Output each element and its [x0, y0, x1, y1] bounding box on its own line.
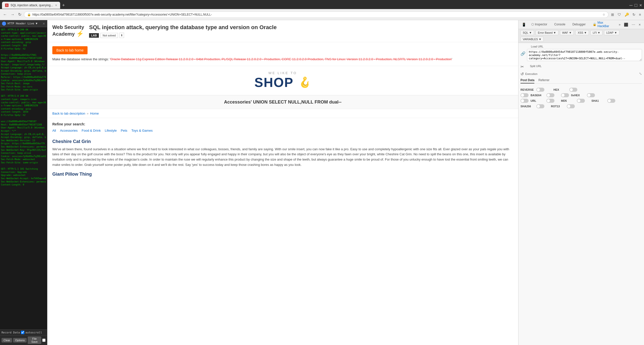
active-tab[interactable]: S SQL injection attack, querying... ×	[2, 2, 60, 9]
tab-title: SQL injection attack, querying...	[11, 4, 53, 7]
minimize-btn[interactable]: ─	[629, 3, 633, 8]
waf-label: WAF	[562, 31, 568, 34]
split-url-label: Split URL	[525, 65, 542, 68]
lab-description-text: Make the database retrieve the strings: …	[52, 57, 513, 62]
link-icon[interactable]: 🔗	[520, 51, 526, 56]
base64-toggle-left[interactable]	[520, 93, 529, 97]
devtools-header: 📱 ⬡ Inspector Console Debugger 🔒 Max Hac…	[518, 20, 644, 29]
breadcrumb-home-link[interactable]: Home	[90, 112, 99, 115]
sql-chevron: ▼	[529, 31, 532, 34]
md5-toggle[interactable]	[577, 99, 585, 103]
category-lifestyle[interactable]: Lifestyle	[105, 129, 117, 132]
ldap-label: LDAP	[606, 31, 614, 34]
new-tab-button[interactable]: +	[60, 2, 67, 9]
devtools-dock-btn[interactable]: ⬛	[623, 22, 629, 27]
shield-icon[interactable]: 🛡	[617, 12, 622, 18]
split-url-field-area: Split URL	[525, 65, 642, 69]
close-window-btn[interactable]: ×	[639, 3, 642, 8]
oxhex-toggle-left[interactable]	[561, 93, 569, 97]
refresh-button[interactable]: ↻	[17, 11, 22, 18]
options-button[interactable]: Options	[13, 338, 27, 342]
url-toggle-left[interactable]	[520, 99, 529, 103]
lab-tag: LAB	[89, 33, 99, 38]
post-data-tab[interactable]: Post Data	[520, 78, 534, 83]
tab-inspector[interactable]: ⬡ Inspector	[528, 21, 550, 28]
split-icon[interactable]: ✂	[520, 64, 524, 69]
url-section: 🔗 Load URL https://0a0800a40454af7981871…	[520, 45, 642, 76]
error-based-dropdown[interactable]: Error Based ▼	[536, 30, 558, 35]
xss-dropdown[interactable]: XSS ▼	[575, 30, 589, 35]
devtools-panel: 📱 ⬡ Inspector Console Debugger 🔒 Max Hac…	[518, 20, 644, 345]
browser-toolbar: ⊞ 🛡 🔑 ↻ ≡	[610, 12, 642, 18]
lab-badge: LAB Not solved ℹ	[89, 33, 124, 38]
category-all[interactable]: All	[52, 129, 56, 132]
forward-button[interactable]: →	[10, 11, 16, 18]
base64-toggle-right[interactable]	[546, 93, 554, 97]
tab-close-btn[interactable]: ×	[55, 3, 57, 7]
execution-icons: ↺	[520, 71, 524, 76]
refresh-icon[interactable]: ↺	[520, 72, 524, 76]
lab-title: SQL injection attack, querying the datab…	[89, 24, 513, 31]
devtools-responsive-btn[interactable]: 📱	[520, 22, 527, 27]
breadcrumb-sep: »	[87, 112, 89, 115]
sql-dropdown[interactable]: SQL ▼	[520, 30, 534, 35]
tab-debugger[interactable]: Debugger	[569, 21, 589, 28]
transform-row-4: SHA256 ROT13	[520, 104, 642, 108]
back-to-lab-button[interactable]: Back to lab home	[52, 46, 88, 54]
sql-label: SQL	[523, 31, 528, 34]
devtools-icons: ⬛ ⋯ ×	[623, 22, 642, 27]
product1-desc: We've all been there, found ourselves in…	[52, 147, 513, 168]
load-url-input[interactable]: https://0a0800a40454af798187118800f5007e…	[527, 49, 642, 61]
waf-dropdown[interactable]: WAF ▼	[560, 30, 574, 35]
tab-bar: S SQL injection attack, querying... × + …	[0, 0, 644, 9]
breadcrumb-back-link[interactable]: Back to lab description	[52, 112, 85, 115]
referrer-tab[interactable]: Referrer	[538, 78, 549, 83]
resize-handle[interactable]: ⤡	[639, 71, 642, 76]
category-accessories[interactable]: Accessories	[60, 129, 77, 132]
oxhex-label: 0xHEX	[571, 94, 585, 97]
devtools-close-btn[interactable]: ×	[637, 22, 642, 27]
bookmark-icon[interactable]: ☆	[602, 13, 605, 16]
hex-toggle[interactable]	[569, 88, 577, 92]
split-url-header: Split URL	[525, 65, 642, 68]
oxhex-toggle-right[interactable]	[587, 93, 595, 97]
file-save-checkbox[interactable]	[42, 338, 46, 342]
ldap-dropdown[interactable]: LDAP ▼	[604, 30, 619, 35]
panel-close-btn[interactable]: ×	[43, 21, 45, 26]
variables-dropdown[interactable]: VARIABLES ▼	[520, 37, 544, 42]
category-food-drink[interactable]: Food & Drink	[82, 129, 101, 132]
tab-console[interactable]: Console	[551, 21, 568, 28]
url-bar[interactable]: 🔒 https://0a0800a40454af798187118800f500…	[24, 11, 609, 18]
category-toys-games[interactable]: Toys & Games	[131, 129, 153, 132]
http-log-content: GET: HTTP/2.0 200 OK content-type: appli…	[0, 27, 47, 329]
more-tabs-btn[interactable]: »	[618, 23, 622, 26]
console-label: Console	[554, 23, 565, 26]
url-toggle-right[interactable]	[546, 99, 554, 103]
logo-line2: Academy ⚡	[52, 30, 84, 37]
category-pets[interactable]: Pets	[121, 129, 127, 132]
back-button[interactable]: ←	[2, 11, 8, 18]
reverse-toggle[interactable]	[536, 88, 544, 92]
password-icon[interactable]: 🔑	[624, 12, 630, 18]
sha1-toggle[interactable]	[607, 99, 615, 103]
restore-btn[interactable]: □	[635, 3, 637, 8]
clear-button[interactable]: Clear	[2, 338, 12, 342]
file-save-button[interactable]: File Save	[28, 336, 41, 344]
tab-hackbar[interactable]: 🔒 Max HackBar	[590, 20, 617, 30]
lfi-chevron: ▼	[597, 31, 600, 34]
load-url-field-area: Load URL https://0a0800a40454af798187118…	[527, 45, 642, 62]
menu-icon[interactable]: ≡	[638, 12, 642, 18]
sha256-toggle[interactable]	[536, 104, 544, 108]
record-data-checkbox[interactable]	[21, 331, 24, 334]
panel-toggle[interactable]: ▼	[36, 22, 37, 25]
rot13-toggle[interactable]	[567, 104, 575, 108]
ldap-chevron: ▼	[614, 31, 617, 34]
lab-info: SQL injection attack, querying the datab…	[89, 24, 513, 38]
xss-chevron: ▼	[584, 31, 587, 34]
devtools-more-btn[interactable]: ⋯	[630, 22, 636, 27]
lab-info-btn[interactable]: ℹ	[119, 33, 124, 38]
left-panel-header: HTTP Header Live ▼ ×	[0, 20, 47, 27]
sync-icon[interactable]: ↻	[631, 12, 636, 18]
extensions-icon[interactable]: ⊞	[610, 12, 615, 18]
lfi-dropdown[interactable]: LFI ▼	[590, 30, 602, 35]
